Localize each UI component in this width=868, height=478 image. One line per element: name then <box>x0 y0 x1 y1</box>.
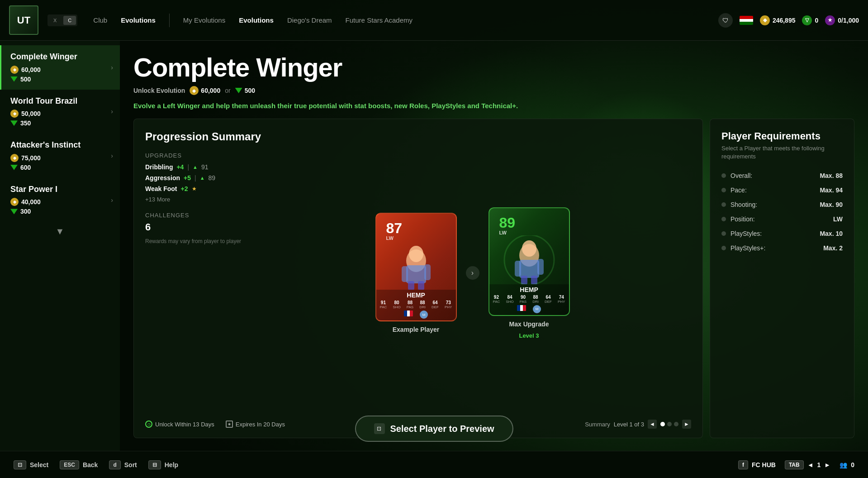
example-card-flags: M <box>380 311 452 319</box>
tab-x[interactable]: X <box>49 16 61 25</box>
max-player-figure <box>502 235 556 284</box>
nav-club[interactable]: Club <box>93 16 107 24</box>
footer-back[interactable]: ESC Back <box>60 460 98 469</box>
cards-area: 87 LW <box>254 152 691 394</box>
sidebar-scroll-down[interactable]: ▼ <box>0 222 120 241</box>
gold-amount-2: 50,000 <box>21 110 41 117</box>
progression-stats: Upgrades Dribbling +4 | ▲ 91 Aggression … <box>145 152 245 394</box>
req-val-shooting: Max. 90 <box>820 201 843 208</box>
back-label: Back <box>83 461 98 468</box>
req-dot-playstyles-plus <box>721 246 726 250</box>
tab-nav: X C <box>47 14 77 26</box>
cost-gold-1: ◆ 60,000 <box>10 66 111 74</box>
unlock-gold-icon: ◆ <box>190 86 199 95</box>
footer-select[interactable]: ⊡ Select <box>14 460 48 469</box>
req-name-playstyles: PlayStyles: <box>730 230 815 237</box>
max-sublabel: Level 3 <box>519 332 539 339</box>
help-key: ⊟ <box>148 460 161 469</box>
req-name-overall: Overall: <box>730 172 815 179</box>
challenges-label: Challenges <box>145 212 245 219</box>
stat-arrow-2: ▲ <box>200 175 205 181</box>
gold-icon-3: ◆ <box>10 154 19 162</box>
level-nav: Summary Level 1 of 3 ◄ ► <box>585 420 691 429</box>
calendar-icon: ◉ <box>226 421 233 428</box>
example-player-card: 87 LW <box>375 213 457 321</box>
max-player-card: 89 LW <box>489 207 570 316</box>
nav-diegos-dream[interactable]: Diego's Dream <box>287 16 332 24</box>
req-row-playstyles: PlayStyles: Max. 10 <box>721 230 843 237</box>
footer-help[interactable]: ⊟ Help <box>148 460 178 469</box>
help-label: Help <box>165 461 178 468</box>
max-label: Max Upgrade <box>509 320 549 328</box>
expires-in-text: Expires In 20 Days <box>236 421 285 428</box>
svg-rect-9 <box>519 260 539 278</box>
level-dot-3 <box>674 422 678 426</box>
cost-gold-2: ◆ 50,000 <box>10 110 111 118</box>
footer-sort[interactable]: d Sort <box>109 460 137 469</box>
nav-divider <box>169 14 170 27</box>
rewards-note: Rewards may vary from player to player <box>145 238 245 245</box>
upgrade-more: +13 More <box>145 196 245 203</box>
sp-value: 0/1,000 <box>838 17 859 24</box>
expires-in-item: ◉ Expires In 20 Days <box>226 421 285 428</box>
upgrade-row-aggression: Aggression +5 | ▲ 89 <box>145 174 245 182</box>
tab-c[interactable]: C <box>63 16 76 25</box>
req-row-position: Position: LW <box>721 215 843 223</box>
sidebar-item-attackers-instinct[interactable]: Attacker's Instinct ◆ 75,000 600 › <box>0 134 120 178</box>
cost-gold-4: ◆ 40,000 <box>10 198 111 206</box>
max-club-badge: M <box>533 305 541 313</box>
sidebar-item-complete-winger[interactable]: Complete Winger ◆ 60,000 500 › <box>0 45 120 90</box>
token-amount-3: 600 <box>20 164 31 171</box>
requirements-panel: Player Requirements Select a Player that… <box>710 119 854 438</box>
sidebar-item-star-power[interactable]: Star Power I ◆ 40,000 300 › <box>0 178 120 222</box>
req-val-playstyles-plus: Max. 2 <box>823 244 843 252</box>
unlock-gold-val: 60,000 <box>201 87 220 94</box>
level-prev-btn[interactable]: ◄ <box>648 420 657 429</box>
players-icon: 👥 <box>840 461 847 468</box>
challenges-count: 6 <box>145 221 245 233</box>
req-val-playstyles: Max. 10 <box>820 230 843 237</box>
svg-rect-3 <box>402 266 408 282</box>
req-row-shooting: Shooting: Max. 90 <box>721 201 843 208</box>
sidebar-item-name-3: Attacker's Instinct <box>10 140 111 150</box>
unlock-label: Unlock Evolution <box>133 87 185 94</box>
token-amount-4: 300 <box>20 208 31 215</box>
england-flag-max <box>517 305 526 311</box>
footer-fc-hub[interactable]: f FC HUB <box>738 460 776 469</box>
nav-my-evolutions[interactable]: My Evolutions <box>183 16 225 24</box>
sidebar-arrow-1: › <box>111 64 113 71</box>
max-card-flags: M <box>493 305 565 313</box>
unlock-cost-tokens: 500 <box>235 87 255 94</box>
footer-players: 👥 0 <box>840 461 854 468</box>
req-dot-playstyles <box>721 231 726 236</box>
select-player-button[interactable]: ⊡ Select Player to Preview <box>355 416 513 442</box>
svg-rect-4 <box>424 264 431 280</box>
level-next-btn[interactable]: ► <box>682 420 691 429</box>
svg-point-1 <box>409 246 423 262</box>
svg-rect-2 <box>406 265 426 283</box>
sp-icon: ★ <box>825 15 835 25</box>
req-row-playstyles-plus: PlayStyles+: Max. 2 <box>721 244 843 252</box>
level-label: Summary <box>585 421 610 428</box>
nav-evolutions[interactable]: Evolutions <box>121 16 156 24</box>
req-val-position: LW <box>833 215 843 223</box>
req-title: Player Requirements <box>721 130 843 142</box>
players-count: 0 <box>851 461 854 468</box>
token-icon-1 <box>10 76 18 82</box>
example-rating: 87 <box>381 217 408 235</box>
nav-future-stars[interactable]: Future Stars Academy <box>346 16 413 24</box>
select-label: Select <box>30 461 48 468</box>
footer-right: f FC HUB TAB ◄ 1 ► 👥 0 <box>738 460 854 469</box>
nav-evolutions-tab[interactable]: Evolutions <box>239 16 274 24</box>
card-arrow-btn[interactable]: › <box>466 266 479 280</box>
sidebar-item-name-1: Complete Winger <box>10 52 111 62</box>
ut-points-value: 246,895 <box>773 17 796 24</box>
max-rating: 89 <box>494 212 521 230</box>
select-btn-text: Select Player to Preview <box>390 424 494 434</box>
stat-bonus-weakfoot: +2 <box>181 185 188 192</box>
req-dot-pace <box>721 188 726 192</box>
sidebar-item-world-tour[interactable]: World Tour Brazil ◆ 50,000 350 › <box>0 90 120 134</box>
req-row-pace: Pace: Max. 94 <box>721 186 843 194</box>
back-key: ESC <box>60 460 79 469</box>
tokens-value: 0 <box>815 17 818 24</box>
